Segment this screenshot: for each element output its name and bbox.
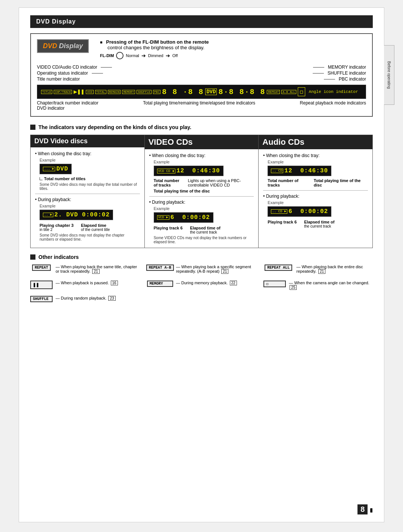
dvd-playback-example: Example	[40, 204, 140, 208]
section1-title: The indicators vary depending on the kin…	[30, 124, 373, 130]
memory-badge: MEMORY	[147, 281, 173, 287]
tag-chp: CHP/TRACK	[54, 90, 72, 94]
bracket-dvd	[40, 177, 43, 180]
vcd-playback-text: During playback:	[152, 200, 185, 205]
shuffle-page-ref: 23	[108, 296, 115, 301]
indicator-labels-top: VIDEO CD/Audio CD indicator Operating st…	[37, 65, 366, 82]
label-repeat: Repeat playback mode indicators	[300, 100, 366, 111]
indicator-left: VIDEO CD/Audio CD indicator Operating st…	[37, 65, 113, 82]
dvd-playback-seg: 2. DVD 0:00:02	[54, 212, 110, 218]
audio-closing-text: When closing the disc tray:	[266, 153, 319, 158]
dvd-logo-display-text: Display	[57, 42, 83, 50]
arrow-off: ➔	[166, 53, 170, 59]
page-header: DVD Display	[30, 15, 373, 28]
audio-caption-time: Total playing time of the disc	[314, 178, 368, 187]
audio-tags: .. CD	[271, 169, 283, 173]
vcd-playback-captions: Playing track 6 Elapsed time of the curr…	[154, 226, 254, 234]
angle-page-ref: 25	[290, 285, 297, 290]
dashed-line-shuf	[313, 73, 324, 73]
audio-playback-content: Example .. CD ► 6 0:00:02 Playing track …	[263, 200, 368, 228]
vcd-closing-example: Example	[154, 160, 254, 164]
pause-badge: ❚❚	[30, 281, 53, 289]
dvd-closing-content: Example ... ► DVD Total number of titles…	[35, 158, 140, 191]
angle-badge-area: ◻	[263, 281, 286, 287]
audio-closing-display: .. CD 12 0:46:30	[268, 166, 331, 176]
tag-pbc: PBC	[153, 90, 160, 94]
repeat-all-page-ref: 21	[318, 269, 325, 274]
side-tab: Before operating	[384, 45, 394, 105]
audio-play-tags: .. CD ►	[271, 209, 287, 214]
fl-dim-normal: Normal	[126, 53, 139, 58]
label-chapter-track: Chapter/track number indicator	[37, 100, 99, 106]
dvd-caption-elapsed: Elapsed time of the current title	[81, 223, 110, 232]
col-dvd-header: DVD Video discs	[31, 135, 144, 147]
angle-badge: ◻	[263, 281, 286, 287]
dvd-playback-content: Example .. ► 2. DVD 0:00:02 Playing chap…	[35, 204, 140, 241]
label-pbc: PBC indicator	[322, 76, 366, 82]
vcd-playback-note: Some VIDEO CDs may not display the track…	[154, 236, 254, 244]
dvd-playback-bullet: • During playback:	[35, 197, 140, 202]
other-indicators-title-text: Other indicators	[38, 254, 79, 260]
repeat-ab-page-ref: 21	[221, 269, 228, 274]
audio-playback-bullet: • During playback:	[263, 194, 368, 199]
label-title: Title number indicator	[37, 76, 113, 82]
dashed-line-mem	[313, 67, 324, 68]
angle-desc-area: — When the camera angle can be changed. …	[289, 281, 373, 290]
main-display-panel: TITLE CHP/TRACK ▶❚❚ VCD TOTAL REMAIN MEM…	[37, 85, 366, 99]
vcd-playback-bullet: • During playback:	[149, 200, 254, 205]
dvd-top-row: DVD Display ■ Pressing of the FL-DIM but…	[37, 39, 366, 59]
indicator-right: MEMORY indicator SHUFFLE indicator PBC i…	[311, 65, 366, 82]
section1-square	[30, 125, 35, 130]
vcd-closing-text: When closing the disc tray:	[152, 153, 205, 158]
vcd-caption-elapsed: Elapsed time of the current track	[190, 226, 220, 234]
mini-play-tag: .. ►	[43, 213, 53, 217]
vcd-closing-content: Example VCD CD ▮ 12 0:46:30 Total number…	[149, 160, 254, 193]
repeat-all-badge: REPEAT ALL	[265, 265, 292, 271]
tag-remain: REMAIN	[108, 90, 121, 94]
repeat-all-desc-area: — When playing back the entire disc repe…	[296, 265, 373, 274]
label-operating: Operating status indicator	[37, 71, 113, 76]
tag-dvd: DVD	[205, 88, 217, 95]
vcd-closing-bullet: • When closing the disc tray:	[149, 153, 254, 158]
memory-page-ref: 22	[230, 281, 237, 285]
shuffle-badge-area: SHUFFLE	[30, 296, 53, 302]
audio-caption-track: Playing track 6	[268, 220, 297, 228]
memory-desc: — During memory playback. 22	[176, 281, 237, 285]
dvd-playback-text: During playback:	[38, 197, 71, 202]
fl-dim-desc-bold: Pressing of the FL-DIM button on the rem…	[106, 39, 209, 45]
pause-desc: — When playback is paused. 16	[56, 281, 118, 285]
dvd-logo-text: DVD	[43, 42, 57, 50]
vcd-closing-seg: 12 0:46:30	[176, 168, 220, 174]
fl-dim-diagram: FL-DIM Normal ➔ Dimmed ➔ Off	[100, 52, 366, 59]
fl-dim-circle	[116, 52, 124, 59]
label-operating-text: Operating status indicator	[37, 71, 88, 76]
vcd-closing-display: VCD CD ▮ 12 0:46:30	[154, 166, 224, 176]
disc-types-columns: DVD Video discs • When closing the disc …	[30, 135, 373, 248]
repeat-all-desc: — When playing back the entire disc repe…	[296, 265, 373, 274]
tag-vcd: VCD	[86, 90, 93, 94]
angle-desc: — When the camera angle can be changed. …	[289, 281, 373, 290]
page-number-value: 8	[357, 504, 368, 514]
label-memory-text: MEMORY indicator	[328, 65, 366, 70]
mini-title-tag: ... ►	[43, 167, 55, 171]
dvd-closing-text: When closing the disc tray:	[38, 151, 91, 156]
dvd-caption-total: Total number of titles	[44, 176, 85, 181]
dvd-closing-seg: DVD	[56, 166, 68, 172]
page-number: 8 ▮	[357, 504, 373, 514]
repeat-ab-desc: — When playing back a specific segment r…	[176, 265, 256, 274]
page-header-title: DVD Display	[36, 18, 76, 25]
audio-playback-text: During playback:	[266, 194, 299, 199]
label-memory: MEMORY indicator	[312, 65, 366, 70]
fl-dim-off: Off	[172, 53, 178, 58]
dvd-closing-note: Some DVD video discs may not display the…	[40, 182, 140, 191]
section1-title-text: The indicators vary depending on the kin…	[38, 124, 191, 130]
page-number-symbol: ▮	[370, 507, 373, 513]
arrow-dimmed: ➔	[141, 53, 146, 59]
label-vcd-cd-text: VIDEO CD/Audio CD indicator	[37, 65, 97, 70]
fl-dim-info: ■ Pressing of the FL-DIM button on the r…	[100, 39, 366, 59]
indicator-repeat: REPEAT — When playing back the same titl…	[30, 265, 140, 275]
tag-memory: MEMORY	[122, 90, 135, 94]
vcd-caption-tracks: Total number of tracks	[154, 178, 184, 187]
repeat-all-badge-area: REPEAT ALL	[263, 265, 293, 271]
repeat-ab-badge: REPEAT A-B	[146, 265, 174, 271]
